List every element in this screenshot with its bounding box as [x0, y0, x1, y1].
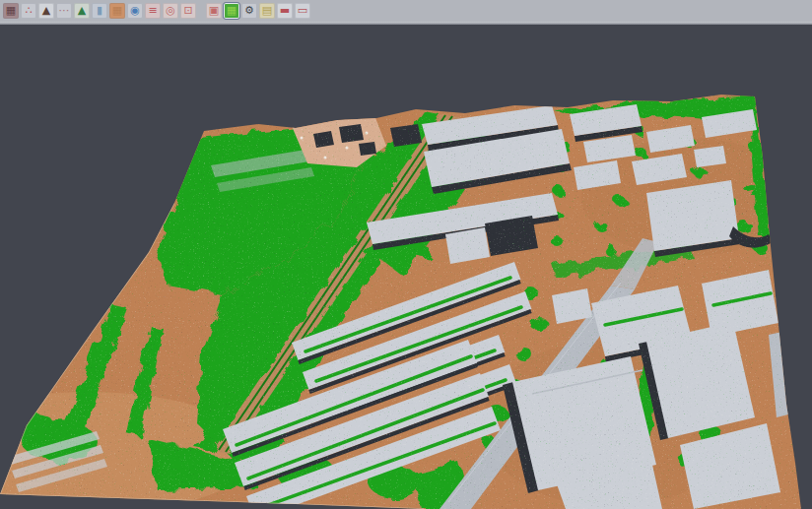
grid-yellow-icon-glyph: ▤ — [262, 3, 272, 19]
green-hill-icon[interactable]: ▲ — [74, 3, 90, 19]
ring-icon[interactable]: ◎ — [163, 3, 178, 19]
crop-corners-icon[interactable]: ⊡ — [180, 3, 196, 19]
app-window: ▦∴▲⋯▲▮▦◉≡◎⊡▣▦⚙▤▬▭ — [0, 0, 812, 509]
toolbar: ▦∴▲⋯▲▮▦◉≡◎⊡▣▦⚙▤▬▭ — [0, 0, 812, 22]
terrain-mound-icon[interactable]: ▲ — [38, 3, 54, 19]
clipboard-red-icon[interactable]: ▭ — [295, 3, 310, 19]
globe-icon-glyph: ◉ — [130, 3, 140, 19]
gear-icon[interactable]: ⚙ — [241, 3, 257, 19]
sparse-points-icon-glyph: ⋯ — [59, 3, 70, 19]
classification-map-icon[interactable]: ▦ — [224, 3, 239, 19]
ortho-tile-icon-glyph: ▦ — [112, 3, 122, 19]
clipboard-red-icon-glyph: ▭ — [298, 3, 307, 19]
sparse-points-icon[interactable]: ⋯ — [56, 3, 72, 19]
speckle-noise — [0, 89, 812, 509]
pixel-mosaic-icon-glyph: ▦ — [6, 3, 16, 19]
pixel-mosaic-icon[interactable]: ▦ — [3, 3, 19, 19]
profile-column-icon[interactable]: ▮ — [92, 3, 107, 19]
frame-icon-glyph: ▣ — [209, 3, 219, 19]
layers-icon-glyph: ≡ — [148, 3, 157, 19]
profile-column-icon-glyph: ▮ — [97, 3, 102, 19]
gear-icon-glyph: ⚙ — [244, 3, 254, 19]
ortho-tile-icon[interactable]: ▦ — [109, 3, 125, 19]
colored-points-icon-glyph: ∴ — [26, 3, 33, 19]
terrain-mound-icon-glyph: ▲ — [42, 3, 50, 19]
point-cloud — [0, 89, 812, 509]
layers-icon[interactable]: ≡ — [145, 3, 161, 19]
viewport-3d[interactable] — [0, 25, 812, 509]
frame-icon[interactable]: ▣ — [206, 3, 222, 19]
ring-icon-glyph: ◎ — [166, 3, 175, 19]
globe-icon[interactable]: ◉ — [127, 3, 143, 19]
red-stripe-icon-glyph: ▬ — [280, 3, 290, 19]
point-cloud-canvas[interactable] — [0, 25, 812, 509]
classification-map-icon-glyph: ▦ — [227, 3, 237, 19]
crop-corners-icon-glyph: ⊡ — [183, 3, 192, 19]
grid-yellow-icon[interactable]: ▤ — [259, 3, 275, 19]
colored-points-icon[interactable]: ∴ — [21, 3, 36, 19]
red-stripe-icon[interactable]: ▬ — [277, 3, 293, 19]
green-hill-icon-glyph: ▲ — [78, 3, 86, 19]
